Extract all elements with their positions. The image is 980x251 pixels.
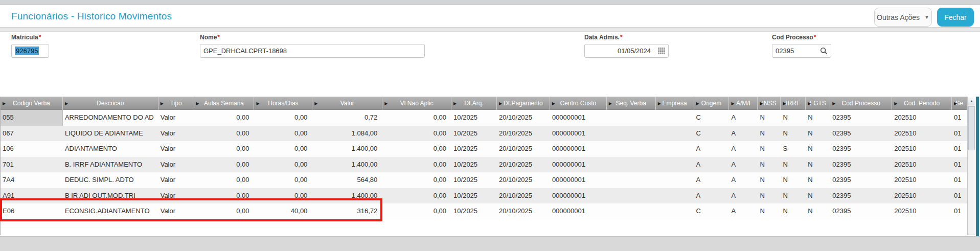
- column-header-vl-nao-aplic[interactable]: ▶Vl Nao Aplic: [382, 97, 451, 110]
- grid-cell[interactable]: 701: [1, 157, 63, 173]
- grid-cell[interactable]: 0,00: [254, 110, 312, 126]
- grid-cell[interactable]: 316,72: [312, 203, 382, 219]
- grid-cell[interactable]: 20/10/2025: [497, 188, 550, 204]
- grid-cell[interactable]: A: [729, 126, 758, 142]
- column-header-seq-verba[interactable]: ▶Seq. Verba: [607, 97, 656, 110]
- grid-cell[interactable]: Valor: [158, 188, 194, 204]
- grid-cell[interactable]: 02395: [830, 141, 892, 157]
- grid-cell[interactable]: 202510: [892, 188, 952, 204]
- grid-cell[interactable]: N: [806, 126, 830, 142]
- grid-cell[interactable]: E06: [1, 203, 63, 219]
- grid-cell[interactable]: 202510: [892, 141, 952, 157]
- grid-cell[interactable]: 000000001: [550, 110, 607, 126]
- grid-row[interactable]: 067LIQUIDO DE ADIANTAMEValor0,000,001.08…: [1, 126, 967, 142]
- grid-row[interactable]: 055ARREDONDAMENTO DO ADValor0,000,000,72…: [1, 110, 967, 126]
- grid-cell[interactable]: 0,00: [382, 172, 451, 188]
- grid-cell[interactable]: 0,00: [194, 203, 255, 219]
- grid-cell[interactable]: 0,00: [194, 141, 255, 157]
- grid-cell[interactable]: 202510: [892, 172, 952, 188]
- grid-cell[interactable]: N: [781, 126, 806, 142]
- grid-cell[interactable]: 0,00: [254, 126, 312, 142]
- scroll-up-button[interactable]: ▲: [968, 97, 975, 105]
- grid-cell[interactable]: A: [729, 157, 758, 173]
- cod-processo-input[interactable]: 02395: [772, 44, 831, 58]
- grid-cell[interactable]: [607, 188, 656, 204]
- grid-cell[interactable]: C: [694, 203, 730, 219]
- grid-cell[interactable]: [607, 141, 656, 157]
- grid-cell[interactable]: [656, 172, 694, 188]
- grid-cell[interactable]: 02395: [830, 157, 892, 173]
- grid-cell[interactable]: A: [729, 141, 758, 157]
- grid-row[interactable]: E06ECONSIG.ADIANTAMENTOValor0,0040,00316…: [1, 203, 967, 219]
- grid-cell[interactable]: 20/10/2025: [497, 157, 550, 173]
- grid-cell[interactable]: N: [781, 188, 806, 204]
- grid-cell[interactable]: Valor: [158, 203, 194, 219]
- grid-cell[interactable]: N: [781, 203, 806, 219]
- data-admissao-input[interactable]: 01/05/2024: [584, 44, 669, 58]
- column-header-a-m-i[interactable]: ▶A/M/I: [729, 97, 758, 110]
- column-header-codigo-verba[interactable]: ▶Codigo Verba: [1, 97, 63, 110]
- grid-cell[interactable]: 000000001: [550, 172, 607, 188]
- grid-cell[interactable]: [607, 172, 656, 188]
- scroll-thumb[interactable]: [968, 106, 975, 150]
- grid-cell[interactable]: 000000001: [550, 203, 607, 219]
- grid-cell[interactable]: 20/10/2025: [497, 141, 550, 157]
- grid-cell[interactable]: A91: [1, 188, 63, 204]
- grid-cell[interactable]: 0,00: [254, 141, 312, 157]
- grid-cell[interactable]: 01: [952, 126, 967, 142]
- grid-cell[interactable]: 055: [1, 110, 63, 126]
- other-actions-button[interactable]: Outras Ações ▼: [874, 8, 932, 27]
- grid-cell[interactable]: Valor: [158, 126, 194, 142]
- calendar-icon[interactable]: [658, 48, 665, 54]
- grid-cell[interactable]: ARREDONDAMENTO DO AD: [63, 110, 158, 126]
- grid-cell[interactable]: S: [781, 141, 806, 157]
- grid-cell[interactable]: 0,00: [194, 110, 255, 126]
- grid-row[interactable]: 7A4DEDUC. SIMPL. ADTOValor0,000,00564,80…: [1, 172, 967, 188]
- grid-cell[interactable]: 10/2025: [451, 141, 497, 157]
- grid-cell[interactable]: [656, 157, 694, 173]
- grid-cell[interactable]: 02395: [830, 172, 892, 188]
- grid-cell[interactable]: 40,00: [254, 203, 312, 219]
- grid-cell[interactable]: A: [694, 157, 730, 173]
- grid-cell[interactable]: C: [694, 126, 730, 142]
- grid-cell[interactable]: 20/10/2025: [497, 126, 550, 142]
- grid-cell[interactable]: 000000001: [550, 141, 607, 157]
- grid-cell[interactable]: DEDUC. SIMPL. ADTO: [63, 172, 158, 188]
- grid-cell[interactable]: A: [694, 141, 730, 157]
- search-icon[interactable]: [820, 47, 828, 55]
- grid-cell[interactable]: [656, 141, 694, 157]
- grid-cell[interactable]: 067: [1, 126, 63, 142]
- grid-cell[interactable]: 0,00: [382, 126, 451, 142]
- grid-cell[interactable]: N: [758, 188, 781, 204]
- grid-cell[interactable]: 202510: [892, 126, 952, 142]
- grid-cell[interactable]: 0,00: [254, 172, 312, 188]
- column-header-horas-dias[interactable]: ▶Horas/Dias: [254, 97, 312, 110]
- grid-cell[interactable]: 20/10/2025: [497, 172, 550, 188]
- vertical-scrollbar[interactable]: ▲: [968, 97, 975, 235]
- grid-cell[interactable]: [656, 203, 694, 219]
- grid-cell[interactable]: 20/10/2025: [497, 203, 550, 219]
- column-header-cod-processo[interactable]: ▶Cod Processo: [830, 97, 892, 110]
- grid-cell[interactable]: Valor: [158, 172, 194, 188]
- grid-cell[interactable]: [607, 110, 656, 126]
- grid-row[interactable]: 106ADIANTAMENTOValor0,000,001.400,000,00…: [1, 141, 967, 157]
- column-header-dt-arq[interactable]: ▶Dt.Arq.: [451, 97, 497, 110]
- grid-cell[interactable]: 0,00: [382, 203, 451, 219]
- grid-cell[interactable]: N: [781, 110, 806, 126]
- grid-cell[interactable]: 10/2025: [451, 126, 497, 142]
- grid-cell[interactable]: 20/10/2025: [497, 110, 550, 126]
- grid-cell[interactable]: 10/2025: [451, 110, 497, 126]
- column-header-descricao[interactable]: ▶Descricao: [63, 97, 158, 110]
- grid-cell[interactable]: Valor: [158, 157, 194, 173]
- column-header-inss[interactable]: ▶INSS: [758, 97, 781, 110]
- column-header-fgts[interactable]: ▶FGTS: [806, 97, 830, 110]
- grid-cell[interactable]: 01: [952, 141, 967, 157]
- grid-cell[interactable]: 000000001: [550, 188, 607, 204]
- grid-cell[interactable]: 10/2025: [451, 188, 497, 204]
- grid-cell[interactable]: ADIANTAMENTO: [63, 141, 158, 157]
- grid-cell[interactable]: N: [806, 188, 830, 204]
- grid-cell[interactable]: N: [758, 203, 781, 219]
- grid-cell[interactable]: N: [806, 157, 830, 173]
- grid-cell[interactable]: A: [729, 172, 758, 188]
- grid-cell[interactable]: 01: [952, 188, 967, 204]
